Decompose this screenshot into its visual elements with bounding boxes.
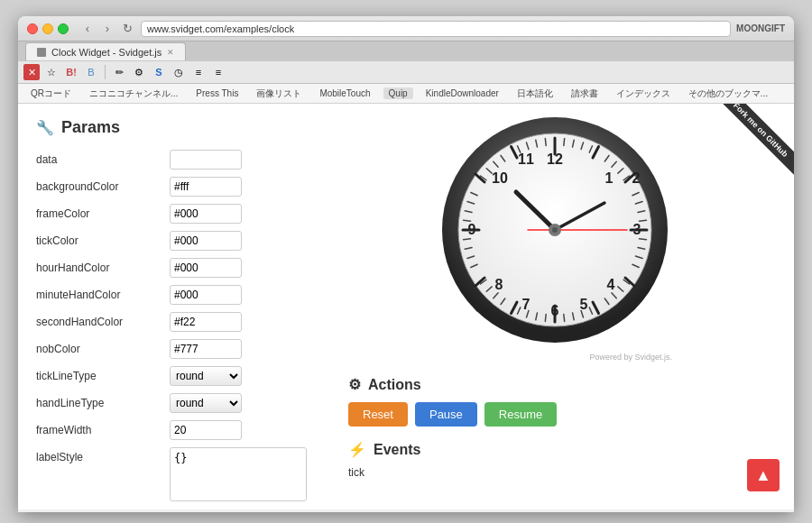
fork-ribbon[interactable]: Fork me on GitHub: [704, 104, 794, 194]
address-bar[interactable]: www.svidget.com/examples/clock: [141, 21, 731, 37]
tab-title: Clock Widget - Svidget.js: [51, 47, 161, 58]
param-input-data[interactable]: [170, 150, 242, 170]
bookmark-invoice[interactable]: 請求書: [566, 87, 604, 101]
bookmarks-bar: QRコード ニコニコチャンネル... Press This 画像リスト Mobi…: [18, 84, 794, 104]
param-row-data: data: [36, 150, 307, 170]
param-input-framewidth[interactable]: [170, 420, 242, 440]
param-input-framecolor[interactable]: [170, 204, 242, 224]
param-label-tickcolor: tickColor: [36, 234, 162, 247]
url-text: www.svidget.com/examples/clock: [147, 23, 294, 34]
refresh-button[interactable]: ↻: [119, 21, 135, 37]
bookmark-mobile[interactable]: MobileTouch: [314, 87, 375, 99]
star-icon[interactable]: ☆: [43, 64, 60, 80]
svg-text:3: 3: [633, 222, 641, 237]
browser-window: ‹ › ↻ www.svidget.com/examples/clock MOO…: [18, 16, 794, 512]
forward-button[interactable]: ›: [99, 21, 115, 37]
b-icon[interactable]: B!: [63, 64, 79, 80]
param-row-framecolor: frameColor: [36, 204, 307, 224]
param-row-secondcolor: secondHandColor: [36, 312, 307, 332]
param-input-minutecolor[interactable]: [170, 285, 242, 305]
param-input-bgcolor[interactable]: [170, 177, 242, 197]
fork-ribbon-text: Fork me on GitHub: [714, 104, 794, 177]
svg-line-50: [464, 239, 471, 240]
gear-icon[interactable]: ⚙: [131, 64, 147, 80]
params-icon: 🔧: [36, 119, 54, 136]
pencil-icon[interactable]: ✏: [111, 64, 127, 80]
param-textarea-labelstyle[interactable]: {}: [170, 447, 307, 501]
s-icon[interactable]: S: [151, 64, 167, 80]
layers-icon[interactable]: ≡: [190, 64, 207, 80]
svg-line-39: [545, 314, 546, 321]
actions-title: ⚙ Actions: [348, 376, 761, 393]
param-input-nobcolor[interactable]: [170, 339, 242, 359]
params-panel: 🔧 Params data backgroundColor frameColor…: [18, 104, 325, 509]
active-tab[interactable]: Clock Widget - Svidget.js ✕: [25, 42, 186, 60]
bookmark-more[interactable]: その他のブックマ...: [683, 87, 773, 101]
svg-line-15: [564, 139, 565, 146]
svg-line-38: [564, 314, 565, 321]
svg-line-27: [639, 239, 646, 240]
param-input-secondcolor[interactable]: [170, 312, 242, 332]
param-row-framewidth: frameWidth: [36, 420, 307, 440]
events-heading: Events: [374, 442, 420, 458]
bookmark-icon[interactable]: B: [83, 64, 99, 80]
reset-button[interactable]: Reset: [348, 402, 408, 427]
close-button[interactable]: [27, 23, 38, 34]
svg-text:12: 12: [547, 151, 563, 167]
param-row-handlinetype: handLineType round square butt: [36, 393, 307, 413]
menu-icon[interactable]: ≡: [210, 64, 226, 80]
param-label-ticklinetype: tickLineType: [36, 370, 162, 382]
title-bar: ‹ › ↻ www.svidget.com/examples/clock MOO…: [18, 16, 794, 41]
param-label-bgcolor: backgroundColor: [36, 180, 162, 193]
bookmark-quip[interactable]: Quip: [383, 87, 413, 99]
bookmark-index[interactable]: インデックス: [611, 87, 676, 101]
tab-close-button[interactable]: ✕: [167, 48, 174, 57]
tab-favicon: [37, 48, 46, 57]
maximize-button[interactable]: [58, 23, 69, 34]
events-title: ⚡ Events: [348, 441, 761, 458]
param-label-framewidth: frameWidth: [36, 424, 162, 436]
events-icon: ⚡: [348, 441, 366, 458]
pause-button[interactable]: Pause: [415, 402, 477, 427]
param-row-ticklinetype: tickLineType round square butt: [36, 366, 307, 386]
param-input-hourcolor[interactable]: [170, 258, 242, 278]
back-button[interactable]: ‹: [79, 21, 96, 37]
svg-text:5: 5: [580, 297, 588, 312]
bookmark-kindle[interactable]: KindleDownloader: [420, 87, 504, 99]
stop-icon[interactable]: ✕: [23, 64, 40, 80]
clock-container: 12 1 3 4 5 6 7 9 10 11 2 8: [438, 113, 672, 362]
svg-text:1: 1: [605, 170, 614, 186]
param-row-labelstyle: labelStyle {}: [36, 447, 307, 501]
param-hint: Supported style properties (quotes requi…: [36, 509, 307, 509]
svg-text:10: 10: [492, 170, 508, 186]
param-input-tickcolor[interactable]: [170, 231, 242, 251]
param-label-minutecolor: minuteHandColor: [36, 289, 162, 301]
actions-icon: ⚙: [348, 376, 361, 393]
param-select-ticklinetype[interactable]: round square butt: [170, 366, 242, 386]
param-label-hourcolor: hourHandColor: [36, 262, 162, 274]
svg-point-80: [552, 227, 558, 233]
svg-text:6: 6: [551, 303, 559, 318]
clock-icon[interactable]: ◷: [171, 64, 187, 80]
bookmark-images[interactable]: 画像リスト: [251, 87, 307, 101]
bookmark-nico[interactable]: ニコニコチャンネル...: [84, 87, 183, 101]
actions-section: ⚙ Actions Reset Pause Resume: [334, 369, 776, 434]
bookmark-qr[interactable]: QRコード: [25, 87, 77, 101]
svg-line-62: [545, 139, 546, 146]
minimize-button[interactable]: [42, 23, 53, 34]
param-label-nobcolor: nobColor: [36, 343, 162, 355]
params-title: 🔧 Params: [36, 118, 307, 137]
svg-text:7: 7: [522, 297, 531, 312]
svg-text:2: 2: [632, 170, 641, 186]
param-select-handlinetype[interactable]: round square butt: [170, 393, 242, 413]
resume-button[interactable]: Resume: [484, 402, 557, 427]
toolbar-row: ✕ ☆ B! B ✏ ⚙ S ◷ ≡ ≡: [18, 61, 794, 84]
bookmark-japanese[interactable]: 日本語化: [512, 87, 558, 101]
param-row-bgcolor: backgroundColor: [36, 177, 307, 197]
bookmark-press[interactable]: Press This: [190, 87, 244, 99]
param-label-secondcolor: secondHandColor: [36, 316, 162, 328]
scroll-top-button[interactable]: ▲: [747, 459, 780, 491]
params-heading: Params: [61, 118, 120, 137]
svg-text:8: 8: [495, 277, 503, 292]
clock-face: 12 1 3 4 5 6 7 9 10 11 2 8: [438, 113, 672, 347]
